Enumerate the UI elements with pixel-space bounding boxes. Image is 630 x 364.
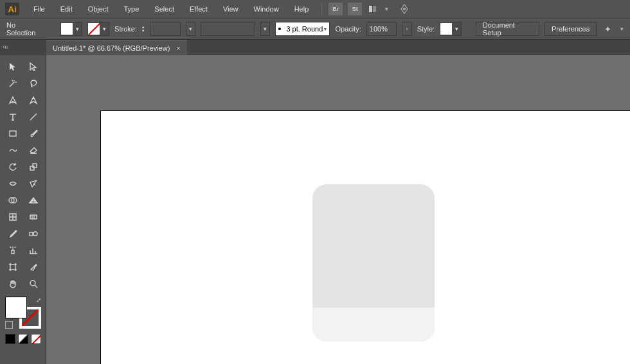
- svg-rect-9: [30, 215, 37, 219]
- default-fill-stroke-icon[interactable]: [5, 321, 13, 329]
- chevron-down-icon[interactable]: ▾: [620, 26, 624, 32]
- svg-point-13: [30, 281, 35, 286]
- svg-rect-4: [30, 166, 34, 170]
- menu-edit[interactable]: Edit: [54, 3, 79, 15]
- swap-fill-stroke-icon[interactable]: ⤢: [36, 297, 41, 304]
- chevron-down-icon[interactable]: ▾: [452, 22, 461, 35]
- chevron-down-icon[interactable]: ▾: [186, 22, 195, 36]
- menu-type[interactable]: Type: [118, 3, 146, 15]
- shaper-tool[interactable]: [3, 143, 22, 158]
- curvature-tool[interactable]: [24, 92, 43, 108]
- eyedropper-tool[interactable]: [3, 226, 22, 241]
- width-tool[interactable]: [3, 176, 22, 191]
- blend-tool[interactable]: [24, 226, 43, 241]
- magic-wand-tool[interactable]: [3, 76, 22, 91]
- align-flyout-icon[interactable]: ✦: [602, 22, 614, 35]
- color-mode-none[interactable]: [31, 334, 41, 344]
- workspace: ⤢: [0, 55, 630, 364]
- svg-rect-12: [10, 264, 15, 270]
- selection-tool[interactable]: [3, 59, 22, 74]
- direct-selection-tool[interactable]: [24, 59, 43, 74]
- stroke-label: Stroke:: [114, 25, 137, 33]
- svg-rect-3: [10, 131, 16, 136]
- tools-panel: ⤢: [0, 55, 46, 364]
- line-segment-tool[interactable]: [24, 109, 43, 125]
- opacity-value: 100%: [370, 25, 388, 33]
- mesh-tool[interactable]: [3, 209, 22, 225]
- svg-rect-1: [373, 6, 376, 12]
- stroke-weight-stepper[interactable]: ▴▾: [142, 25, 145, 33]
- hand-tool[interactable]: [3, 276, 22, 291]
- menubar: Ai File Edit Object Type Select Effect V…: [0, 0, 630, 18]
- chevron-down-icon[interactable]: ▾: [100, 22, 109, 35]
- eraser-tool[interactable]: [24, 143, 43, 158]
- svg-point-2: [403, 8, 406, 10]
- brush-definition[interactable]: 3 pt. Round ▾: [275, 22, 330, 36]
- document-tabstrip: ‹‹ Untitled-1* @ 66.67% (RGB/Preview) ×: [0, 40, 630, 55]
- rotate-tool[interactable]: [3, 159, 22, 175]
- selection-status: No Selection: [6, 21, 44, 37]
- paintbrush-tool[interactable]: [24, 126, 43, 141]
- menu-object[interactable]: Object: [82, 3, 115, 15]
- pen-tool[interactable]: [3, 92, 22, 108]
- svg-rect-5: [33, 164, 37, 168]
- column-graph-tool[interactable]: [24, 243, 43, 258]
- preferences-button[interactable]: Preferences: [544, 22, 597, 36]
- color-mode-gradient[interactable]: [18, 334, 28, 344]
- tools-collapse-icon[interactable]: ‹‹: [3, 44, 6, 50]
- close-icon[interactable]: ×: [176, 44, 180, 52]
- menu-effect[interactable]: Effect: [183, 3, 214, 15]
- opacity-chevron[interactable]: ›: [402, 22, 411, 36]
- menu-help[interactable]: Help: [288, 3, 316, 15]
- chevron-down-icon[interactable]: ▾: [324, 26, 327, 32]
- scale-tool[interactable]: [24, 159, 43, 175]
- stroke-weight-field[interactable]: [150, 22, 181, 36]
- menu-file[interactable]: File: [27, 3, 51, 15]
- gpu-preview-icon[interactable]: [397, 3, 411, 15]
- app-logo: Ai: [5, 3, 19, 15]
- svg-point-11: [33, 232, 37, 236]
- slice-tool[interactable]: [24, 259, 43, 275]
- shape-builder-tool[interactable]: [3, 193, 22, 208]
- fill-color-swatch[interactable]: [5, 297, 27, 318]
- gradient-tool[interactable]: [24, 209, 43, 225]
- free-transform-tool[interactable]: [24, 176, 43, 191]
- document-setup-button[interactable]: Document Setup: [476, 22, 539, 36]
- style-label: Style:: [417, 25, 435, 33]
- svg-rect-0: [369, 6, 372, 12]
- chevron-down-icon[interactable]: ▾: [260, 22, 270, 36]
- artwork-rounded-rect-highlight: [312, 308, 435, 342]
- stock-icon[interactable]: St: [348, 3, 362, 15]
- brush-dot-icon: [278, 28, 281, 30]
- color-mode-solid[interactable]: [5, 334, 15, 344]
- canvas[interactable]: [46, 55, 630, 364]
- style-swatch[interactable]: ▾: [440, 22, 462, 36]
- bridge-icon[interactable]: Br: [328, 3, 343, 15]
- stroke-swatch[interactable]: ▾: [87, 22, 109, 36]
- type-tool[interactable]: [3, 109, 22, 125]
- menu-view[interactable]: View: [217, 3, 245, 15]
- brush-value: 3 pt. Round: [286, 25, 323, 33]
- panel-collapse-icon[interactable]: ‹‹: [0, 40, 13, 55]
- artboard-tool[interactable]: [3, 259, 22, 275]
- document-tab-title: Untitled-1* @ 66.67% (RGB/Preview): [53, 44, 170, 52]
- perspective-grid-tool[interactable]: [24, 193, 43, 208]
- opacity-field[interactable]: 100%: [366, 22, 397, 36]
- fill-swatch[interactable]: ▾: [60, 22, 82, 36]
- symbol-sprayer-tool[interactable]: [3, 243, 22, 258]
- control-bar: No Selection ▾ ▾ Stroke: ▴▾ ▾ ▾ 3 pt. Ro…: [0, 18, 630, 40]
- arrange-docs-icon[interactable]: [367, 3, 381, 15]
- document-tab[interactable]: Untitled-1* @ 66.67% (RGB/Preview) ×: [46, 40, 187, 55]
- chevron-down-icon[interactable]: ▾: [385, 6, 388, 12]
- separator: [321, 3, 322, 15]
- lasso-tool[interactable]: [24, 76, 43, 91]
- menu-select[interactable]: Select: [148, 3, 181, 15]
- fill-stroke-control[interactable]: ⤢: [5, 297, 41, 329]
- rectangle-tool[interactable]: [3, 126, 22, 141]
- svg-rect-10: [30, 232, 33, 236]
- variable-width-profile[interactable]: [201, 22, 255, 36]
- zoom-tool[interactable]: [24, 276, 43, 291]
- color-mode-row: [3, 334, 43, 344]
- menu-window[interactable]: Window: [248, 3, 285, 15]
- chevron-down-icon[interactable]: ▾: [73, 22, 82, 35]
